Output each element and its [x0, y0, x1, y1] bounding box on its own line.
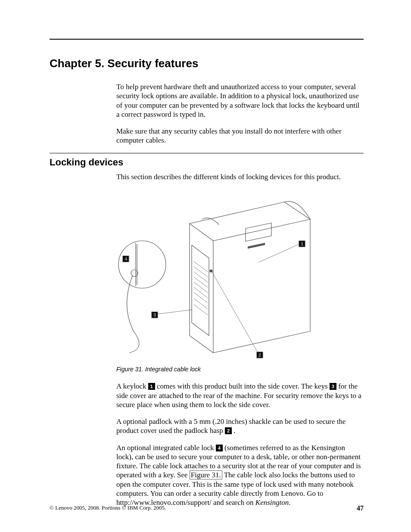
figure-caption: Figure 31. Integrated cable lock [116, 366, 364, 373]
section-rule [50, 153, 364, 153]
text: . [234, 426, 235, 435]
top-rule [50, 39, 364, 40]
svg-text:4: 4 [125, 256, 128, 261]
svg-line-3 [194, 267, 208, 277]
svg-line-8 [194, 292, 208, 303]
body-para-cablelock: An optional integrated cable lock 4 (som… [116, 443, 364, 507]
svg-line-11 [258, 244, 299, 262]
svg-text:1: 1 [301, 241, 303, 246]
intro-para-2: Make sure that any security cables that … [116, 127, 364, 145]
intro-para-1: To help prevent hardware theft and unaut… [116, 82, 364, 119]
svg-line-4 [194, 272, 208, 282]
svg-text:2: 2 [258, 352, 261, 358]
copyright-text: © Lenovo 2005, 2008. Portions © IBM Corp… [50, 504, 166, 511]
computer-tower-diagram: 1 2 3 4 [116, 189, 358, 361]
figure-31: 1 2 3 4 [116, 189, 358, 361]
svg-line-9 [194, 299, 208, 309]
chapter-intro: To help prevent hardware theft and unaut… [116, 82, 364, 145]
svg-line-7 [194, 287, 208, 298]
svg-text:3: 3 [153, 312, 156, 317]
section-body: This section describes the different kin… [116, 172, 364, 507]
svg-line-6 [194, 282, 208, 292]
svg-line-2 [194, 261, 208, 272]
svg-point-15 [118, 241, 166, 288]
page-number: 47 [357, 504, 364, 512]
callout-3-icon: 3 [330, 383, 336, 390]
svg-line-14 [158, 310, 192, 314]
callout-4-icon: 4 [216, 445, 223, 451]
figure-crossref[interactable]: Figure 31. [190, 470, 222, 479]
text: comes with this product built into the s… [157, 382, 330, 390]
section-heading: Locking devices [50, 157, 364, 168]
text: A keylock [116, 382, 148, 390]
document-page: Chapter 5. Security features To help pre… [0, 0, 411, 532]
page-footer: © Lenovo 2005, 2008. Portions © IBM Corp… [50, 504, 364, 512]
section-intro: This section describes the different kin… [116, 172, 364, 181]
svg-line-13 [212, 272, 258, 354]
callout-1-icon: 1 [148, 383, 155, 390]
svg-line-10 [194, 305, 208, 315]
body-para-keylock: A keylock 1 comes with this product buil… [116, 382, 364, 409]
svg-line-5 [194, 277, 208, 287]
chapter-title: Chapter 5. Security features [50, 57, 364, 70]
text: An optional integrated cable lock [116, 444, 216, 452]
body-para-padlock: A optional padlock with a 5 mm (.20 inch… [116, 417, 364, 436]
svg-rect-0 [246, 223, 271, 241]
callout-2-icon: 2 [225, 427, 232, 434]
svg-rect-1 [248, 243, 265, 249]
